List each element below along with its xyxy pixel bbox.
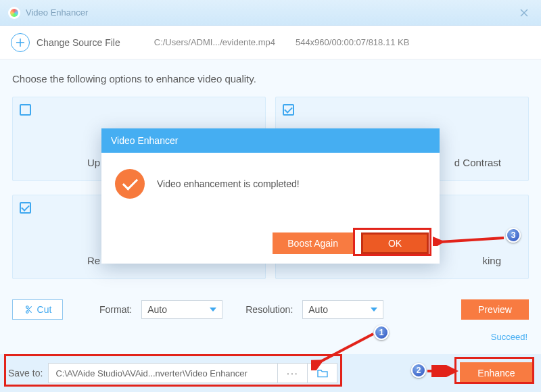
boost-again-button[interactable]: Boost Again — [273, 232, 353, 254]
badge-3-label: 3 — [511, 230, 516, 240]
cut-button[interactable]: Cut — [12, 299, 63, 320]
preview-button[interactable]: Preview — [461, 299, 529, 320]
checkbox-noise[interactable] — [20, 202, 31, 214]
format-select[interactable]: Auto — [141, 300, 222, 319]
dialog-buttons: Boost Again OK — [273, 232, 429, 254]
source-path: C:/Users/ADMI.../evidente.mp4 — [154, 37, 275, 47]
instruction-text: Choose the following options to enhance … — [12, 73, 529, 84]
palette-icon — [10, 9, 18, 17]
chevron-down-icon — [210, 308, 216, 312]
source-bar: Change Source File C:/Users/ADMI.../evid… — [0, 26, 541, 59]
preview-label: Preview — [478, 304, 512, 315]
close-button[interactable] — [515, 4, 533, 22]
save-path-value: C:\AVAide Studio\AVAid...nverter\Video E… — [55, 368, 248, 378]
annotation-badge-2: 2 — [411, 363, 426, 378]
checkbox-brightness[interactable] — [283, 104, 294, 116]
resolution-label: Resolution: — [245, 304, 293, 315]
badge-1-label: 1 — [379, 328, 384, 337]
chevron-down-icon — [371, 308, 377, 312]
bottom-bar: Save to: C:\AVAide Studio\AVAid...nverte… — [0, 354, 541, 392]
ok-label: OK — [388, 238, 402, 249]
ok-button[interactable]: OK — [361, 232, 429, 254]
boost-again-label: Boost Again — [287, 238, 338, 249]
resolution-value: Auto — [308, 304, 328, 315]
change-source-label[interactable]: Change Source File — [37, 37, 120, 48]
change-source-add-icon[interactable] — [11, 33, 30, 52]
format-label: Format: — [99, 304, 132, 315]
annotation-badge-3: 3 — [506, 228, 521, 243]
folder-icon — [316, 368, 329, 378]
completion-dialog: Video Enhancer Video enhancement is comp… — [101, 128, 440, 264]
dialog-body: Video enhancement is completed! — [101, 153, 440, 199]
badge-2-label: 2 — [417, 366, 421, 375]
enhance-button[interactable]: Enhance — [460, 362, 533, 384]
browse-button[interactable]: ··· — [278, 363, 308, 383]
enhance-label: Enhance — [477, 368, 515, 378]
scissors-icon — [24, 305, 33, 314]
resolution-select[interactable]: Auto — [302, 300, 383, 319]
controls-row: Cut Format: Auto Resolution: Auto Previe… — [12, 293, 529, 326]
save-to-label: Save to: — [8, 368, 43, 378]
cut-label: Cut — [37, 304, 52, 315]
dialog-title: Video Enhancer — [101, 128, 440, 153]
save-path-input[interactable]: C:\AVAide Studio\AVAid...nverter\Video E… — [48, 363, 278, 383]
source-meta: 544x960/00:00:07/818.11 KB — [296, 37, 409, 47]
annotation-badge-1: 1 — [374, 325, 389, 340]
open-folder-button[interactable] — [308, 363, 337, 383]
titlebar: Video Enhancer — [0, 0, 541, 26]
app-title: Video Enhancer — [26, 7, 88, 18]
dialog-message: Video enhancement is completed! — [157, 178, 300, 189]
checkbox-upscale[interactable] — [20, 104, 31, 116]
success-check-icon — [115, 169, 145, 199]
succeed-text: Succeed! — [12, 332, 529, 342]
format-value: Auto — [147, 304, 167, 315]
app-icon — [8, 7, 20, 19]
